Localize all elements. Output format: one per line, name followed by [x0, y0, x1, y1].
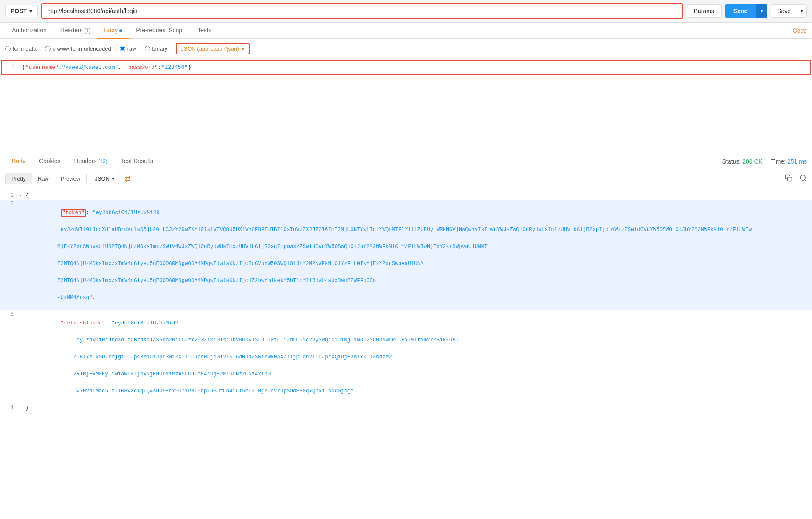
method-dropdown-icon: ▾ — [29, 8, 32, 14]
save-dropdown-button[interactable]: ▾ — [797, 5, 806, 17]
form-data-option[interactable]: form-data — [5, 45, 37, 52]
svg-line-2 — [804, 179, 806, 181]
params-button[interactable]: Params — [687, 4, 722, 18]
response-toolbar: Pretty Raw Preview JSON ▾ ⇄ — [0, 169, 812, 188]
format-pretty[interactable]: Pretty — [6, 173, 32, 184]
resp-line-2: 2 "token": "eyJhbGci0iJIUzUxMiJ9 .eyJzdW… — [0, 200, 812, 310]
resp-tab-test-results[interactable]: Test Results — [114, 153, 160, 169]
tab-body[interactable]: Body — [97, 23, 129, 39]
send-group: Send ▾ — [725, 4, 767, 18]
resp-line-1: 1 ▾ { — [0, 192, 812, 200]
top-bar: POST ▾ Params Send ▾ Save ▾ — [0, 0, 812, 23]
format-raw[interactable]: Raw — [32, 173, 55, 184]
json-format-dropdown[interactable]: JSON ▾ — [90, 173, 119, 184]
copy-icon[interactable] — [785, 174, 792, 183]
format-group: Pretty Raw Preview — [5, 173, 87, 184]
search-icon[interactable] — [799, 174, 807, 183]
resp-tab-cookies[interactable]: Cookies — [32, 153, 68, 169]
resp-line-4: 4 } — [0, 404, 812, 412]
send-dropdown-button[interactable]: ▾ — [756, 4, 767, 18]
request-body-editor[interactable]: 1 {"username":"kuwei@kuwei.com", "passwo… — [0, 60, 812, 153]
raw-option[interactable]: raw — [120, 45, 136, 52]
binary-option[interactable]: binary — [145, 45, 167, 52]
tab-headers[interactable]: Headers (1) — [54, 23, 97, 39]
url-input[interactable] — [42, 4, 682, 18]
code-line-1: 1 {"username":"kuwei@kuwei.com", "passwo… — [1, 60, 811, 75]
json-dropdown-icon: ▾ — [242, 45, 245, 52]
code-link[interactable]: Code — [793, 27, 807, 34]
json-format-dropdown-icon: ▾ — [112, 175, 115, 182]
time-value: 251 ms — [787, 158, 807, 165]
filter-icon[interactable]: ⇄ — [124, 174, 131, 183]
resp-tab-body[interactable]: Body — [5, 153, 32, 169]
request-tabs: Authorization Headers (1) Body Pre-reque… — [0, 23, 812, 39]
json-type-selector[interactable]: JSON (application/json) ▾ — [176, 43, 250, 54]
body-options: form-data x-www-form-urlencoded raw bina… — [0, 39, 812, 59]
tab-tests[interactable]: Tests — [191, 23, 218, 39]
response-tabs: Body Cookies Headers (13) Test Results S… — [0, 153, 812, 169]
response-status: Status: 200 OK Time: 251 ms — [722, 158, 807, 165]
response-section: Body Cookies Headers (13) Test Results S… — [0, 153, 812, 416]
method-label: POST — [11, 8, 27, 14]
svg-rect-0 — [788, 177, 792, 181]
format-preview[interactable]: Preview — [55, 173, 86, 184]
urlencoded-option[interactable]: x-www-form-urlencoded — [45, 45, 111, 52]
response-body: 1 ▾ { 2 "token": "eyJhbGci0iJIUzUxMiJ9 .… — [0, 188, 812, 416]
line-content-1: {"username":"kuwei@kuwei.com", "password… — [19, 61, 810, 74]
save-button[interactable]: Save — [771, 5, 797, 17]
status-value: 200 OK — [742, 158, 762, 165]
url-input-wrapper — [41, 3, 683, 19]
resp-line-3: 3 "refreshToken": "eyJhbGci0iJIUzUxMiJ9 … — [0, 310, 812, 404]
resp-tab-headers[interactable]: Headers (13) — [68, 153, 114, 169]
tab-pre-request-script[interactable]: Pre-request Script — [129, 23, 191, 39]
send-button[interactable]: Send — [725, 4, 756, 18]
save-group: Save ▾ — [771, 4, 807, 18]
tab-authorization[interactable]: Authorization — [5, 23, 54, 39]
line-number-1: 1 — [2, 61, 19, 72]
method-dropdown[interactable]: POST ▾ — [5, 5, 38, 17]
